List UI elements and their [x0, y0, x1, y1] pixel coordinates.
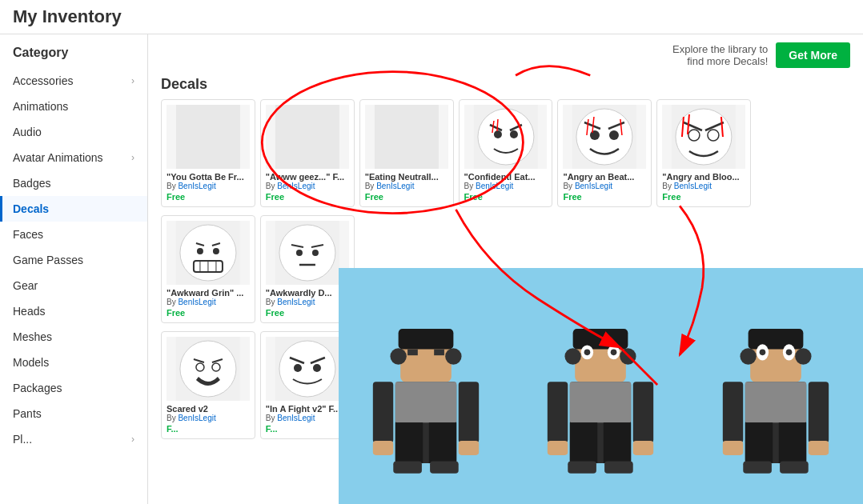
chevron-icon: ›: [131, 434, 134, 445]
item-creator[interactable]: BenIsLegit: [277, 414, 315, 422]
item-card[interactable]: "Angry an Beat... By BenIsLegit Free: [557, 99, 652, 207]
svg-point-110: [620, 348, 636, 364]
item-thumbnail: [167, 105, 250, 169]
sidebar-label: Models: [13, 356, 49, 369]
get-more-button[interactable]: Get More: [776, 42, 850, 68]
item-card[interactable]: "Awww geez..." F... By BenIsLegit Free: [260, 99, 355, 207]
item-thumbnail: [167, 221, 250, 285]
svg-point-125: [759, 350, 765, 356]
svg-rect-122: [748, 329, 803, 349]
svg-rect-0: [176, 105, 240, 169]
svg-rect-135: [809, 441, 829, 455]
item-card[interactable]: Scared v2 By BenIsLegit F...: [161, 331, 255, 439]
sidebar-item-heads[interactable]: Heads: [0, 298, 147, 324]
item-name: Scared v2: [167, 404, 250, 414]
svg-rect-131: [779, 422, 806, 463]
item-creator[interactable]: BenIsLegit: [674, 182, 712, 190]
item-name: "Eating Neutrall...: [365, 172, 448, 182]
item-creator[interactable]: BenIsLegit: [476, 182, 513, 190]
svg-rect-97: [459, 382, 479, 442]
sidebar-title: Category: [0, 42, 147, 68]
sidebar-label: Badges: [13, 177, 50, 190]
svg-rect-116: [548, 441, 568, 455]
item-card[interactable]: "You Gotta Be Fr... By BenIsLegit Free: [161, 99, 255, 207]
item-by: By BenIsLegit: [167, 182, 250, 190]
svg-point-127: [740, 348, 756, 364]
item-card[interactable]: "Eating Neutrall... By BenIsLegit Free: [359, 99, 454, 207]
svg-rect-113: [604, 422, 631, 463]
sidebar-item-pants[interactable]: Pants: [0, 401, 147, 426]
sidebar-item-packages[interactable]: Packages: [0, 375, 147, 401]
item-by: By BenIsLegit: [365, 182, 448, 190]
svg-point-47: [180, 341, 236, 397]
sidebar-item-badges[interactable]: Badges: [0, 170, 147, 196]
svg-rect-96: [373, 382, 393, 442]
sidebar-label: Avatar Animations: [13, 151, 103, 164]
chevron-icon: ›: [131, 152, 134, 163]
svg-point-15: [590, 130, 600, 140]
item-creator[interactable]: BenIsLegit: [178, 182, 215, 190]
svg-point-43: [296, 250, 303, 256]
item-card[interactable]: "Awkward Grin" ... By BenIsLegit Free: [161, 215, 255, 323]
sidebar-item-faces[interactable]: Faces: [0, 222, 147, 247]
svg-rect-99: [459, 441, 479, 455]
sidebar-item-accessories[interactable]: Accessories›: [0, 68, 147, 94]
item-price: Free: [266, 192, 349, 202]
character-overlay: [339, 268, 863, 504]
item-price: F...: [266, 424, 349, 434]
sidebar-item-audio[interactable]: Audio: [0, 119, 147, 145]
svg-point-128: [795, 348, 811, 364]
item-card[interactable]: "Confidentl Eat... By BenIsLegit Free: [459, 99, 553, 207]
item-price: Free: [167, 308, 250, 318]
item-name: "In A Fight v2" F...: [266, 404, 349, 414]
item-name: "Angry and Bloo...: [662, 172, 745, 182]
svg-point-57: [313, 364, 321, 372]
item-price: F...: [167, 424, 250, 434]
svg-rect-89: [407, 350, 418, 356]
svg-rect-95: [429, 422, 456, 463]
svg-point-91: [391, 348, 407, 364]
svg-point-56: [294, 364, 302, 372]
sidebar-item-pl...[interactable]: Pl...›: [0, 426, 147, 452]
svg-rect-111: [570, 382, 631, 422]
item-creator[interactable]: BenIsLegit: [178, 414, 215, 422]
item-by: By BenIsLegit: [167, 414, 250, 422]
row1-grid: "You Gotta Be Fr... By BenIsLegit Free "…: [161, 99, 850, 207]
item-name: "Awkwardly D...: [266, 288, 349, 298]
svg-line-10: [496, 119, 497, 131]
svg-rect-98: [373, 441, 393, 455]
svg-point-25: [708, 130, 719, 141]
sidebar-item-avatar-animations[interactable]: Avatar Animations›: [0, 145, 147, 170]
sidebar-item-decals[interactable]: Decals: [0, 196, 147, 222]
item-price: Free: [167, 192, 250, 202]
item-creator[interactable]: BenIsLegit: [277, 182, 315, 190]
sidebar-item-meshes[interactable]: Meshes: [0, 324, 147, 350]
svg-point-109: [565, 348, 581, 364]
item-thumbnail: [266, 105, 349, 169]
chevron-icon: ›: [131, 75, 134, 86]
sidebar-label: Pl...: [13, 433, 32, 446]
svg-point-24: [688, 130, 700, 141]
item-creator[interactable]: BenIsLegit: [178, 298, 215, 306]
svg-rect-93: [395, 382, 456, 422]
sidebar-label: Animations: [13, 100, 68, 113]
sidebar-item-animations[interactable]: Animations: [0, 94, 147, 119]
svg-rect-119: [605, 462, 634, 474]
item-card[interactable]: "Angry and Bloo... By BenIsLegit Free: [656, 99, 751, 207]
sidebar-label: Accessories: [13, 74, 73, 87]
item-creator[interactable]: BenIsLegit: [277, 298, 315, 306]
svg-rect-136: [743, 462, 772, 474]
item-price: Free: [662, 192, 745, 202]
svg-rect-100: [393, 462, 422, 474]
page-container: My Inventory Category Accessories›Animat…: [0, 0, 863, 504]
item-creator[interactable]: BenIsLegit: [376, 182, 414, 190]
svg-rect-134: [723, 441, 743, 455]
svg-point-16: [609, 130, 619, 140]
sidebar-item-gear[interactable]: Gear: [0, 273, 147, 298]
char3: [696, 280, 856, 504]
sidebar-item-models[interactable]: Models: [0, 350, 147, 375]
sidebar-item-game-passes[interactable]: Game Passes: [0, 247, 147, 273]
item-creator[interactable]: BenIsLegit: [575, 182, 612, 190]
char1: [346, 280, 506, 504]
content-area: Category Accessories›AnimationsAudioAvat…: [0, 34, 863, 504]
